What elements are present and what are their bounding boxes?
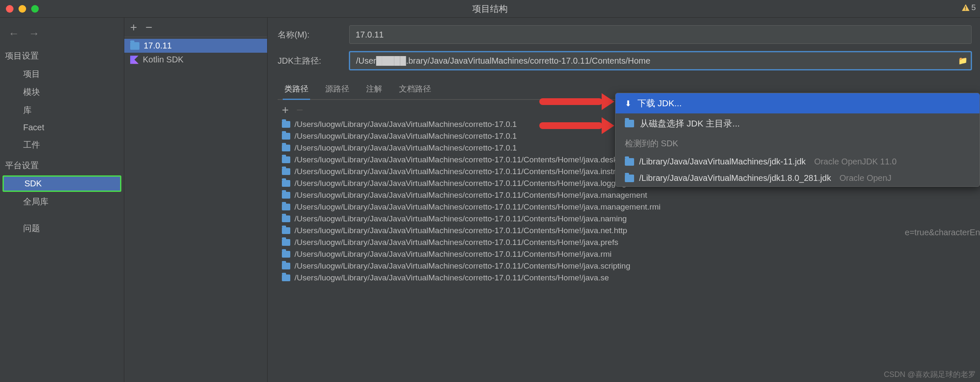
detected-sdk-header: 检测到的 SDK: [616, 134, 980, 153]
classpath-item-label: /Users/luogw/Library/Java/JavaVirtualMac…: [295, 273, 609, 282]
sdk-name-input[interactable]: [349, 25, 972, 44]
add-classpath-button[interactable]: +: [282, 104, 289, 116]
annotation-arrow: [539, 122, 602, 129]
classpath-item-label: /Users/luogw/Library/Java/JavaVirtualMac…: [295, 132, 517, 141]
watermark: CSDN @喜欢踢足球的老罗: [884, 369, 976, 379]
sidebar-item-libraries[interactable]: 库: [0, 101, 124, 119]
sdk-list-item[interactable]: 17.0.11: [124, 39, 267, 53]
browse-folder-icon[interactable]: 📁: [958, 56, 967, 65]
settings-sidebar: ← → 项目设置 项目 模块 库 Facet 工件 平台设置 SDK 全局库 问…: [0, 18, 124, 382]
folder-icon: [282, 274, 290, 281]
forward-icon[interactable]: →: [29, 27, 40, 40]
classpath-item[interactable]: /Users/luogw/Library/Java/JavaVirtualMac…: [278, 201, 972, 213]
classpath-item-label: /Users/luogw/Library/Java/JavaVirtualMac…: [295, 167, 638, 176]
classpath-item[interactable]: /Users/luogw/Library/Java/JavaVirtualMac…: [278, 189, 972, 201]
classpath-item-label: /Users/luogw/Library/Java/JavaVirtualMac…: [295, 261, 630, 271]
minimize-window-button[interactable]: [19, 5, 26, 13]
classpath-item-label: /Users/luogw/Library/Java/JavaVirtualMac…: [295, 143, 517, 153]
detected-sdk-item[interactable]: /Library/Java/JavaVirtualMachines/jdk1.8…: [616, 170, 980, 186]
detected-sdk-meta: Oracle OpenJ: [839, 173, 891, 183]
section-platform-settings: 平台设置: [0, 154, 124, 175]
sidebar-item-artifacts[interactable]: 工件: [0, 136, 124, 154]
folder-icon: [282, 133, 290, 140]
tab-classpath[interactable]: 类路径: [283, 80, 310, 100]
tab-documentation[interactable]: 文档路径: [397, 80, 433, 99]
classpath-item-label: /Users/luogw/Library/Java/JavaVirtualMac…: [295, 120, 517, 129]
folder-icon: [282, 263, 290, 269]
detected-sdk-item[interactable]: /Library/Java/JavaVirtualMachines/jdk-11…: [616, 153, 980, 170]
close-window-button[interactable]: [6, 5, 13, 13]
remove-sdk-button[interactable]: −: [145, 22, 152, 33]
folder-icon: [625, 175, 634, 182]
folder-icon: [282, 204, 290, 210]
tab-sourcepath[interactable]: 源路径: [324, 80, 351, 99]
sidebar-item-problems[interactable]: 问题: [0, 219, 124, 237]
kotlin-icon: [130, 56, 139, 64]
jdk-home-path-input[interactable]: [349, 51, 972, 70]
folder-icon: [625, 120, 634, 127]
section-project-settings: 项目设置: [0, 44, 124, 65]
classpath-item[interactable]: /Users/luogw/Library/Java/JavaVirtualMac…: [278, 213, 972, 225]
classpath-item[interactable]: /Users/luogw/Library/Java/JavaVirtualMac…: [278, 237, 972, 248]
sdk-list-panel: + − 17.0.11Kotlin SDK: [124, 18, 268, 382]
classpath-item-label: /Users/luogw/Library/Java/JavaVirtualMac…: [295, 179, 627, 188]
sidebar-item-facets[interactable]: Facet: [0, 119, 124, 136]
annotation-arrow: [539, 98, 602, 105]
add-sdk-button[interactable]: +: [130, 22, 137, 33]
background-text: e=true&characterEn: [905, 228, 980, 237]
warnings-badge[interactable]: 5: [962, 3, 976, 12]
download-jdk-label: 下载 JDK...: [637, 97, 682, 109]
remove-classpath-button[interactable]: −: [296, 104, 303, 116]
back-icon[interactable]: ←: [8, 27, 19, 40]
sdk-detail-panel: 名称(M): JDK主路径: 📁 类路径 源路径 注解 文档路径 + − /Us: [268, 18, 980, 382]
classpath-item[interactable]: /Users/luogw/Library/Java/JavaVirtualMac…: [278, 260, 972, 272]
titlebar: 项目结构 5: [0, 0, 980, 18]
jdk-path-dropdown: ⬇ 下载 JDK... 从磁盘选择 JDK 主目录... 检测到的 SDK /L…: [615, 93, 980, 187]
classpath-item-label: /Users/luogw/Library/Java/JavaVirtualMac…: [295, 214, 627, 223]
name-label: 名称(M):: [278, 29, 341, 40]
sidebar-item-project[interactable]: 项目: [0, 65, 124, 83]
download-jdk-item[interactable]: ⬇ 下载 JDK...: [616, 93, 980, 113]
folder-icon: [282, 251, 290, 258]
warning-count: 5: [971, 3, 976, 12]
detected-sdk-path: /Library/Java/JavaVirtualMachines/jdk-11…: [639, 157, 806, 167]
sdk-list-item[interactable]: Kotlin SDK: [124, 53, 267, 67]
classpath-item[interactable]: /Users/luogw/Library/Java/JavaVirtualMac…: [278, 248, 972, 260]
detected-sdk-meta: Oracle OpenJDK 11.0: [814, 157, 897, 167]
classpath-item-label: /Users/luogw/Library/Java/JavaVirtualMac…: [295, 191, 647, 200]
download-icon: ⬇: [625, 99, 632, 108]
folder-icon: [282, 121, 290, 128]
classpath-item-label: /Users/luogw/Library/Java/JavaVirtualMac…: [295, 202, 661, 212]
folder-icon: [130, 42, 139, 50]
classpath-item-label: /Users/luogw/Library/Java/JavaVirtualMac…: [295, 238, 618, 247]
sidebar-item-modules[interactable]: 模块: [0, 83, 124, 101]
folder-icon: [282, 192, 290, 199]
classpath-item-label: /Users/luogw/Library/Java/JavaVirtualMac…: [295, 226, 627, 235]
folder-icon: [625, 158, 634, 166]
classpath-item-label: /Users/luogw/Library/Java/JavaVirtualMac…: [295, 250, 612, 259]
classpath-item[interactable]: /Users/luogw/Library/Java/JavaVirtualMac…: [278, 272, 972, 284]
tab-annotations[interactable]: 注解: [364, 80, 384, 99]
sdk-item-label: 17.0.11: [144, 41, 172, 51]
warning-icon: [962, 4, 969, 11]
select-from-disk-item[interactable]: 从磁盘选择 JDK 主目录...: [616, 113, 980, 134]
folder-icon: [282, 156, 290, 163]
sidebar-item-sdks[interactable]: SDK: [3, 175, 121, 192]
folder-icon: [282, 180, 290, 187]
folder-icon: [282, 215, 290, 222]
select-from-disk-label: 从磁盘选择 JDK 主目录...: [640, 118, 740, 129]
maximize-window-button[interactable]: [31, 5, 39, 13]
path-label: JDK主路径:: [278, 55, 341, 67]
sdk-item-label: Kotlin SDK: [143, 55, 184, 65]
folder-icon: [282, 239, 290, 246]
detected-sdk-path: /Library/Java/JavaVirtualMachines/jdk1.8…: [639, 173, 831, 183]
sidebar-item-global-libraries[interactable]: 全局库: [0, 193, 124, 211]
classpath-item[interactable]: /Users/luogw/Library/Java/JavaVirtualMac…: [278, 225, 972, 237]
folder-icon: [282, 145, 290, 151]
window-title: 项目结构: [472, 3, 508, 15]
folder-icon: [282, 227, 290, 234]
folder-icon: [282, 168, 290, 175]
classpath-item-label: /Users/luogw/Library/Java/JavaVirtualMac…: [295, 155, 629, 164]
